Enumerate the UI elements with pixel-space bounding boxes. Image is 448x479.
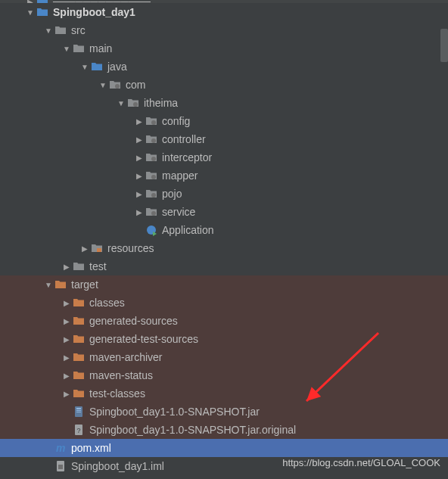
package-icon — [145, 206, 157, 218]
scrollbar[interactable] — [440, 29, 448, 62]
tree-row[interactable]: ▶Application — [0, 221, 448, 239]
tree-label: Application — [162, 224, 214, 236]
folder-blue-icon — [91, 61, 103, 73]
tree-row[interactable]: ▶maven-archiver — [0, 348, 448, 366]
tree-row[interactable]: ▶test-classes — [0, 384, 448, 403]
tree-label: pojo — [162, 188, 182, 200]
tree-label: generated-test-sources — [89, 333, 198, 345]
svg-point-7 — [151, 211, 156, 216]
tree-row[interactable]: ▶interceptor — [0, 148, 448, 166]
tree-row[interactable]: ▶mpom.xml — [0, 439, 448, 457]
jar-icon — [73, 406, 85, 418]
project-tree[interactable]: ▶─────────────▼Spingboot_day1▼src▼main▼j… — [0, 0, 448, 475]
package-icon — [145, 133, 157, 145]
chevron-down-icon[interactable]: ▼ — [24, 6, 36, 18]
folder-blue-icon — [36, 0, 48, 3]
chevron-down-icon[interactable]: ▼ — [42, 278, 54, 291]
package-icon — [109, 79, 121, 91]
chevron-down-icon[interactable]: ▼ — [115, 97, 127, 109]
chevron-right-icon[interactable]: ▶ — [24, 0, 36, 3]
tree-row[interactable]: ▶generated-sources — [0, 312, 448, 330]
tree-label: test — [89, 260, 107, 272]
package-icon — [145, 170, 157, 182]
folder-orange-icon — [73, 315, 85, 327]
tree-label: pom.xml — [71, 442, 111, 454]
chevron-right-icon[interactable]: ▶ — [61, 351, 73, 363]
package-icon — [145, 115, 157, 127]
maven-icon: m — [54, 442, 67, 454]
tree-row[interactable]: ▼com — [0, 76, 448, 94]
tree-row[interactable]: ▼target — [0, 275, 448, 294]
svg-rect-9 — [97, 248, 101, 252]
folder-orange-icon — [54, 278, 67, 291]
tree-label: Spingboot_day1-1.0-SNAPSHOT.jar — [89, 406, 260, 418]
class-run-icon — [145, 224, 157, 236]
tree-row[interactable]: ▶classes — [0, 294, 448, 312]
chevron-down-icon[interactable]: ▼ — [79, 61, 91, 73]
tree-row[interactable]: ▶pojo — [0, 185, 448, 203]
chevron-right-icon[interactable]: ▶ — [61, 333, 73, 345]
chevron-down-icon[interactable]: ▼ — [97, 79, 109, 91]
folder-orange-icon — [73, 333, 85, 345]
svg-point-6 — [151, 193, 156, 198]
chevron-right-icon[interactable]: ▶ — [61, 387, 73, 400]
package-icon — [145, 188, 157, 200]
svg-point-4 — [151, 157, 156, 161]
tree-row[interactable]: ▶resources — [0, 239, 448, 257]
tree-label: ───────────── — [53, 0, 151, 3]
tree-label: maven-status — [89, 369, 153, 381]
svg-rect-11 — [76, 408, 81, 409]
tree-label: Spingboot_day1-1.0-SNAPSHOT.jar.original — [89, 424, 296, 436]
tree-row[interactable]: ▼itheima — [0, 94, 448, 112]
svg-rect-18 — [58, 465, 63, 469]
tree-label: test-classes — [89, 387, 145, 400]
svg-rect-13 — [76, 412, 81, 412]
chevron-right-icon[interactable]: ▶ — [133, 133, 145, 145]
tree-label: java — [107, 61, 127, 73]
folder-resources-icon — [91, 242, 103, 254]
folder-orange-icon — [73, 351, 85, 363]
tree-label: maven-archiver — [89, 351, 162, 363]
chevron-right-icon[interactable]: ▶ — [61, 260, 73, 272]
tree-row[interactable]: ▶mapper — [0, 166, 448, 185]
chevron-down-icon[interactable]: ▼ — [42, 24, 54, 36]
chevron-right-icon[interactable]: ▶ — [61, 369, 73, 381]
tree-row[interactable]: ▶Spingboot_day1-1.0-SNAPSHOT.jar — [0, 403, 448, 421]
tree-row[interactable]: ▶Spingboot_day1.iml — [0, 457, 448, 475]
svg-point-1 — [133, 102, 138, 107]
folder-grey-icon — [54, 24, 67, 36]
tree-label: resources — [107, 242, 154, 254]
tree-row[interactable]: ▶controller — [0, 130, 448, 148]
chevron-down-icon[interactable]: ▼ — [61, 42, 73, 54]
tree-row[interactable]: ▼main — [0, 39, 448, 58]
chevron-right-icon[interactable]: ▶ — [61, 315, 73, 327]
svg-point-0 — [115, 84, 120, 89]
tree-row[interactable]: ▶config — [0, 112, 448, 130]
folder-orange-icon — [73, 369, 85, 381]
tree-row[interactable]: ▶maven-status — [0, 366, 448, 384]
tree-row[interactable]: ▼src — [0, 21, 448, 39]
tree-label: service — [162, 206, 195, 218]
tree-label: interceptor — [162, 151, 212, 163]
svg-point-3 — [151, 138, 156, 143]
chevron-right-icon[interactable]: ▶ — [133, 170, 145, 182]
package-icon — [145, 151, 157, 163]
tree-row[interactable]: ▶test — [0, 257, 448, 275]
chevron-right-icon[interactable]: ▶ — [133, 188, 145, 200]
chevron-right-icon[interactable]: ▶ — [133, 151, 145, 163]
tree-row[interactable]: ▶generated-test-sources — [0, 330, 448, 348]
tree-row[interactable]: ▼Spingboot_day1 — [0, 3, 448, 21]
folder-grey-icon — [73, 260, 85, 272]
chevron-right-icon[interactable]: ▶ — [79, 242, 91, 254]
tree-label: com — [126, 79, 145, 91]
package-icon — [127, 97, 139, 109]
tree-label: generated-sources — [89, 315, 178, 327]
chevron-right-icon[interactable]: ▶ — [133, 206, 145, 218]
tree-row[interactable]: ▶service — [0, 203, 448, 221]
tree-label: config — [162, 115, 190, 127]
chevron-right-icon[interactable]: ▶ — [133, 115, 145, 127]
svg-text:m: m — [56, 442, 65, 454]
tree-row[interactable]: ▼java — [0, 58, 448, 76]
tree-row[interactable]: ▶?Spingboot_day1-1.0-SNAPSHOT.jar.origin… — [0, 421, 448, 439]
chevron-right-icon[interactable]: ▶ — [61, 297, 73, 309]
